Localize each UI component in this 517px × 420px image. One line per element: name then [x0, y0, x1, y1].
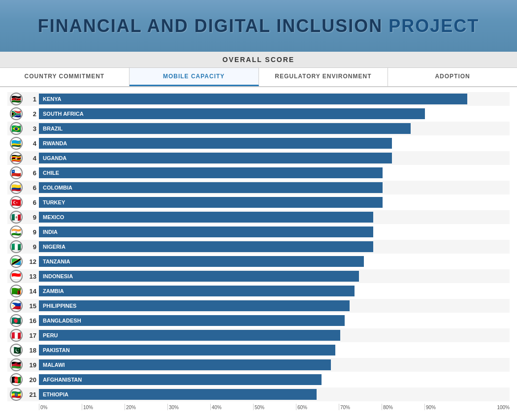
country-flag-icon: 🇳🇬: [10, 240, 23, 253]
rank-number: 20: [25, 376, 39, 384]
country-flag-icon: 🇺🇬: [10, 152, 23, 164]
rank-number: 17: [25, 332, 39, 339]
country-name-label: RWANDA: [43, 138, 67, 149]
x-axis: 0%10%20%30%40%50%60%70%80%90%100%: [7, 404, 510, 410]
bar-container: MALAWI: [39, 359, 510, 370]
bar-container: INDONESIA: [39, 271, 510, 282]
table-row: 🇺🇬4UGANDA: [7, 151, 510, 165]
bar-fill: [39, 138, 392, 149]
country-flag-icon: 🇵🇰: [10, 344, 23, 356]
table-row: 🇰🇪1KENYA: [7, 92, 510, 106]
bar-container: INDIA: [39, 226, 510, 237]
bar-fill: [39, 167, 383, 178]
x-tick: 10%: [82, 404, 125, 410]
rank-number: 9: [25, 243, 39, 251]
table-row: 🇮🇳9INDIA: [7, 225, 510, 239]
rank-number: 14: [25, 288, 39, 295]
flag-cell: 🇺🇬: [7, 152, 25, 164]
rank-number: 19: [25, 361, 39, 369]
flag-cell: 🇨🇴: [7, 181, 25, 194]
bar-container: KENYA: [39, 94, 510, 104]
bar-fill: [39, 212, 373, 223]
tab-mobile-capacity[interactable]: MOBILE CAPACITY: [129, 68, 259, 86]
x-tick: 20%: [125, 404, 167, 410]
x-tick: 70%: [339, 404, 382, 410]
country-flag-icon: 🇷🇼: [10, 137, 23, 150]
rank-number: 12: [25, 258, 39, 265]
table-row: 🇿🇦2SOUTH AFRICA: [7, 107, 510, 121]
country-flag-icon: 🇮🇳: [10, 226, 23, 238]
country-flag-icon: 🇿🇦: [10, 107, 23, 120]
bar-fill: [39, 108, 425, 119]
country-name-label: SOUTH AFRICA: [43, 108, 84, 119]
country-flag-icon: 🇨🇴: [10, 181, 23, 194]
title-highlight: PROJECT: [388, 16, 479, 36]
country-name-label: INDIA: [43, 226, 58, 237]
table-row: 🇿🇲14ZAMBIA: [7, 284, 510, 298]
rank-number: 13: [25, 273, 39, 280]
bar-container: BANGLADESH: [39, 315, 510, 326]
tab-adoption[interactable]: ADOPTION: [388, 68, 517, 86]
flag-cell: 🇷🇼: [7, 137, 25, 150]
bar-container: AFGHANISTAN: [39, 374, 510, 385]
x-tick: 0%: [39, 404, 82, 410]
rank-number: 9: [25, 228, 39, 236]
table-row: 🇵🇰18PAKISTAN: [7, 343, 510, 357]
x-tick: 100%: [467, 404, 510, 410]
bar-fill: [39, 241, 373, 252]
country-name-label: COLOMBIA: [43, 182, 72, 193]
country-name-label: CHILE: [43, 167, 59, 178]
rank-number: 4: [25, 155, 39, 162]
bar-container: ZAMBIA: [39, 286, 510, 296]
tab-country-commitment[interactable]: COUNTRY COMMITMENT: [0, 68, 129, 86]
bar-container: PAKISTAN: [39, 345, 510, 355]
rank-number: 15: [25, 302, 39, 310]
bar-container: TANZANIA: [39, 256, 510, 267]
bar-container: RWANDA: [39, 138, 510, 149]
rank-number: 2: [25, 110, 39, 118]
country-name-label: KENYA: [43, 94, 62, 104]
country-flag-icon: 🇵🇪: [10, 329, 23, 342]
rank-number: 16: [25, 317, 39, 324]
flag-cell: 🇧🇩: [7, 314, 25, 327]
flag-cell: 🇧🇷: [7, 122, 25, 135]
x-tick: 80%: [382, 404, 424, 410]
bar-container: TURKEY: [39, 197, 510, 208]
bar-container: PERU: [39, 330, 510, 341]
tab-regulatory-environment[interactable]: REGULATORY ENVIRONMENT: [259, 68, 388, 86]
country-name-label: TURKEY: [43, 197, 65, 208]
bar-fill: [39, 256, 364, 267]
flag-cell: 🇳🇬: [7, 240, 25, 253]
bar-fill: [39, 271, 359, 282]
rank-number: 21: [25, 391, 39, 398]
rank-number: 6: [25, 169, 39, 177]
bar-fill: [39, 359, 331, 370]
bar-fill: [39, 123, 411, 134]
table-row: 🇨🇱6CHILE: [7, 166, 510, 180]
rank-number: 18: [25, 347, 39, 354]
country-flag-icon: 🇮🇩: [10, 270, 23, 283]
bar-container: CHILE: [39, 167, 510, 178]
flag-cell: 🇵🇪: [7, 329, 25, 342]
table-row: 🇵🇪17PERU: [7, 328, 510, 342]
table-row: 🇮🇩13INDONESIA: [7, 269, 510, 283]
table-row: 🇦🇫20AFGHANISTAN: [7, 373, 510, 387]
bar-fill: [39, 94, 467, 104]
table-row: 🇲🇼19MALAWI: [7, 358, 510, 372]
rank-number: 6: [25, 199, 39, 206]
flag-cell: 🇿🇲: [7, 285, 25, 297]
country-name-label: PAKISTAN: [43, 345, 70, 355]
bar-container: MEXICO: [39, 212, 510, 223]
flag-cell: 🇮🇳: [7, 226, 25, 238]
bar-fill: [39, 315, 345, 326]
bar-fill: [39, 389, 317, 400]
flag-cell: 🇹🇿: [7, 255, 25, 268]
table-row: 🇲🇽9MEXICO: [7, 210, 510, 224]
country-name-label: INDONESIA: [43, 271, 73, 282]
bar-fill: [39, 300, 350, 311]
rank-number: 6: [25, 184, 39, 192]
table-row: 🇵🇭15PHILIPPINES: [7, 299, 510, 313]
table-row: 🇹🇿12TANZANIA: [7, 255, 510, 268]
country-name-label: PHILIPPINES: [43, 300, 76, 311]
x-tick: 90%: [424, 404, 467, 410]
